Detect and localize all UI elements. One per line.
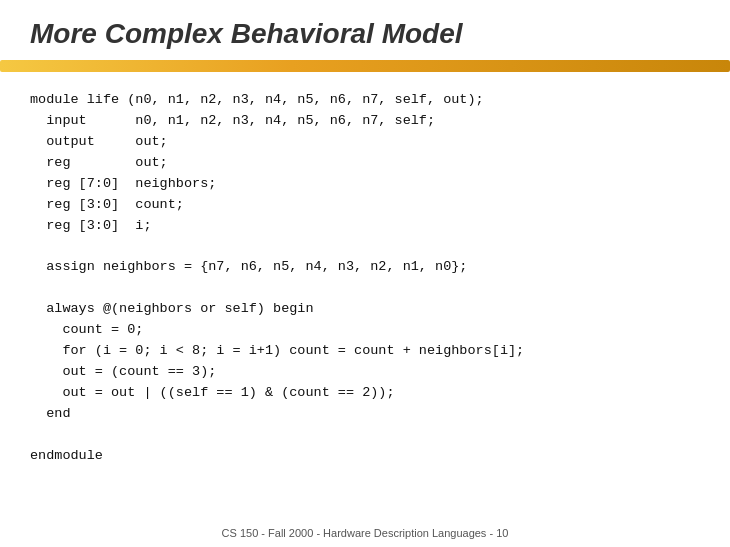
title-bar: More Complex Behavioral Model bbox=[0, 0, 730, 60]
title-underline bbox=[0, 60, 730, 72]
code-block: module life (n0, n1, n2, n3, n4, n5, n6,… bbox=[30, 90, 700, 467]
slide-title: More Complex Behavioral Model bbox=[30, 18, 700, 50]
slide: More Complex Behavioral Model module lif… bbox=[0, 0, 730, 547]
code-content: module life (n0, n1, n2, n3, n4, n5, n6,… bbox=[0, 72, 730, 477]
slide-footer: CS 150 - Fall 2000 - Hardware Descriptio… bbox=[0, 527, 730, 539]
